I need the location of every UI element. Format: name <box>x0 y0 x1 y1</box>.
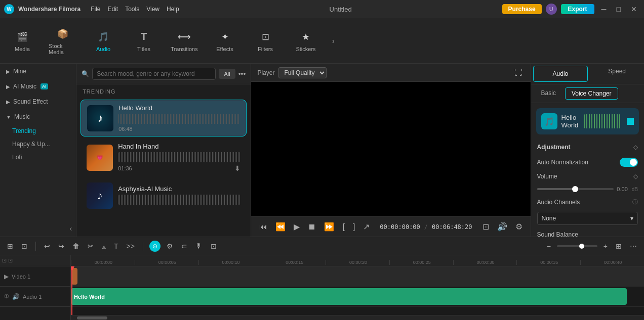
ruler-mark-3: 00:00:15 <box>262 260 326 265</box>
panel-sub-lofi[interactable]: Lofi <box>0 151 76 164</box>
minimize-button[interactable]: ─ <box>598 5 610 13</box>
effects-icon: ✦ <box>218 30 232 44</box>
toolbar-titles[interactable]: T Titles <box>130 30 158 52</box>
zoom-thumb[interactable] <box>579 244 584 249</box>
search-input[interactable] <box>92 68 216 80</box>
toolbar-stickers[interactable]: ★ Stickers <box>292 30 320 52</box>
subtitle-icon[interactable]: ⊡ <box>480 221 491 233</box>
audio-item-hello-world[interactable]: ♪ Hello World 06:48 <box>80 100 247 136</box>
mark-out-icon[interactable]: ] <box>351 221 357 233</box>
subtab-voice-changer[interactable]: Voice Changer <box>565 87 618 100</box>
purchase-button[interactable]: Purchase <box>502 4 542 14</box>
panel-item-music[interactable]: ▼ Music <box>0 109 76 124</box>
settings-button[interactable]: ⚙ <box>165 241 175 251</box>
menu-edit[interactable]: Edit <box>107 6 118 13</box>
panel-sub-trending[interactable]: Trending <box>0 124 76 138</box>
search-filter-button[interactable]: All <box>219 69 235 79</box>
menu-file[interactable]: File <box>91 6 100 13</box>
snap-indicator[interactable]: ⊙ <box>149 241 160 252</box>
player-label: Player <box>257 69 274 76</box>
toolbar-more-arrow[interactable]: › <box>332 37 335 45</box>
user-avatar[interactable]: U <box>546 4 557 15</box>
close-button[interactable]: ✕ <box>628 5 640 13</box>
add-track-button[interactable]: ⊞ <box>5 241 15 251</box>
toolbar-stock-media[interactable]: 📦 Stock Media <box>49 27 77 55</box>
timeline-ruler-area: 00:00:00 00:00:05 00:00:10 00:00:15 00:0… <box>71 255 644 320</box>
export-button[interactable]: Export <box>561 4 594 14</box>
tab-audio[interactable]: Audio <box>533 66 588 82</box>
subtab-basic[interactable]: Basic <box>535 87 562 100</box>
split-button[interactable]: ⟁ <box>100 241 108 251</box>
step-forward-icon[interactable]: ⏩ <box>322 221 336 233</box>
undo-button[interactable]: ↩ <box>42 241 52 251</box>
zoom-in-button[interactable]: + <box>601 241 610 251</box>
toolbar-effects[interactable]: ✦ Effects <box>211 30 239 52</box>
download-icon[interactable]: ⬇ <box>234 164 240 172</box>
ruler-mark-4: 00:00:20 <box>326 260 389 265</box>
audio-info-hello: Hello World 06:48 <box>118 104 240 132</box>
timeline-scrollbar[interactable] <box>71 315 644 320</box>
captions-button[interactable]: ⊡ <box>209 241 219 251</box>
cut-button[interactable]: ✂ <box>86 241 96 251</box>
export-frame-icon[interactable]: ↗ <box>361 221 372 233</box>
mark-in-icon[interactable]: [ <box>340 221 346 233</box>
more-options-icon[interactable]: ••• <box>238 70 246 78</box>
track-content: Hello World <box>71 266 644 315</box>
stop-button[interactable]: ⏹ <box>306 221 318 233</box>
audio-duration-hello: 06:48 <box>118 126 240 132</box>
audio-thumb-asphyxia: ♪ <box>87 182 113 209</box>
skip-back-icon[interactable]: ⏮ <box>257 221 269 233</box>
more-options-button[interactable]: ⋯ <box>628 241 639 251</box>
menu-help[interactable]: Help <box>167 6 179 13</box>
toolbar-filters[interactable]: ⊡ Filters <box>251 30 279 52</box>
timeline-toolbar: ⊞ ⊡ ↩ ↪ 🗑 ✂ ⟁ T >> ⊙ ⚙ ⊂ 🎙 ⊡ − + ⊞ ⋯ <box>0 237 644 255</box>
redo-button[interactable]: ↪ <box>56 241 66 251</box>
panel-item-ai-music[interactable]: ▶ AI Music AI <box>0 79 76 94</box>
fullscreen-icon[interactable]: ⛶ <box>512 67 525 78</box>
panel-item-mine[interactable]: ▶ Mine <box>0 64 76 79</box>
grid-view-button[interactable]: ⊞ <box>614 241 624 251</box>
toolbar-media[interactable]: 🎬 Media <box>8 30 36 52</box>
volume-slider[interactable] <box>537 188 614 190</box>
audio-item-hand-in-hand[interactable]: 💗 Hand In Hand 01:36 ⬇ <box>80 139 247 176</box>
delete-button[interactable]: 🗑 <box>70 241 82 251</box>
maximize-button[interactable]: □ <box>614 5 624 13</box>
ai-tools-button[interactable]: ⊂ <box>179 241 189 251</box>
zoom-out-button[interactable]: − <box>545 241 553 251</box>
panel-collapse-arrow[interactable]: ‹ <box>69 224 72 233</box>
adjustment-section-header[interactable]: Adjustment ◇ <box>531 140 644 155</box>
toolbar-audio[interactable]: 🎵 Audio <box>89 30 117 52</box>
audio-channels-dropdown[interactable]: None ▾ <box>537 212 638 225</box>
panel-item-sound-effect[interactable]: ▶ Sound Effect <box>0 94 76 109</box>
stock-media-icon: 📦 <box>56 27 70 41</box>
speed-button[interactable]: >> <box>125 241 137 251</box>
scene-detect-button[interactable]: ⊡ <box>19 241 29 251</box>
volume-icon[interactable]: 🔊 <box>495 221 509 233</box>
auto-norm-toggle[interactable] <box>620 158 638 167</box>
panel-sub-happy[interactable]: Happy & Up... <box>0 138 76 151</box>
app-name: Wondershare Filmora <box>18 6 80 13</box>
timeline-body: ⊡ ⊡ ▶ Video 1 ① 🔊 Audio 1 00:00:00 00:00… <box>0 255 644 320</box>
text-button[interactable]: T <box>112 241 120 251</box>
settings-icon[interactable]: ⚙ <box>513 221 525 233</box>
audio-thumb-hello: ♪ <box>87 105 113 131</box>
playhead[interactable] <box>71 266 72 315</box>
toolbar-transitions[interactable]: ⟷ Transitions <box>170 30 198 52</box>
voice-button[interactable]: 🎙 <box>193 241 205 251</box>
menu-tools[interactable]: Tools <box>125 6 139 13</box>
quality-select[interactable]: Full Quality <box>278 67 327 78</box>
play-button[interactable]: ▶ <box>292 221 302 233</box>
step-back-icon[interactable]: ⏪ <box>273 221 288 233</box>
scrollbar-thumb[interactable] <box>77 316 107 319</box>
titles-icon: T <box>137 30 151 44</box>
ruler-mark-5: 00:00:25 <box>389 260 453 265</box>
zoom-slider[interactable] <box>557 245 597 247</box>
audio-item-asphyxia[interactable]: ♪ Asphyxia-Al Music <box>80 178 247 213</box>
audio-clip[interactable]: Hello World <box>71 288 627 305</box>
audio-preview-card: 🎵 Hello World <box>536 108 639 134</box>
audio-icon: 🎵 <box>96 30 110 44</box>
main-area: ▶ Mine ▶ AI Music AI ▶ Sound Effect ▼ Mu… <box>0 64 644 237</box>
tab-speed[interactable]: Speed <box>590 64 644 84</box>
volume-slider-thumb[interactable] <box>572 186 578 192</box>
menu-view[interactable]: View <box>146 6 159 13</box>
